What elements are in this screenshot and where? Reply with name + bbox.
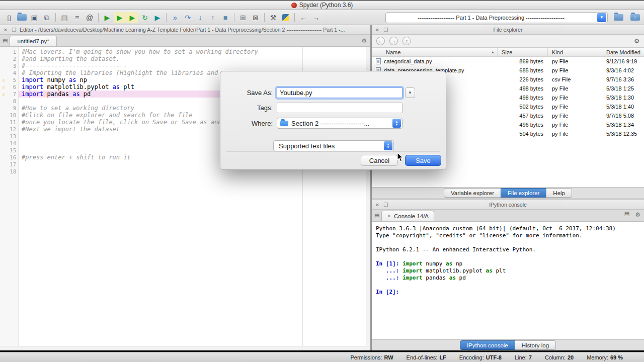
tab-ipython-console[interactable]: IPython console (460, 340, 515, 350)
combo-dropdown-icon[interactable]: ▼ (597, 13, 606, 22)
console-tab-bar: ▤ ✕ Console 14/A ▤ ⚙ (372, 210, 644, 222)
editor-pane-header: ✕ ❐ Editor - /Users/davidcueva/Desktop/M… (0, 25, 370, 35)
undock-pane-icon[interactable]: ❐ (383, 27, 389, 33)
column-header-date[interactable]: Date Modified (602, 48, 644, 56)
gutter-space (0, 147, 7, 154)
save-button[interactable]: Save (405, 155, 441, 166)
file-size: 498 bytes (498, 85, 548, 92)
warning-icon: ⚠ (0, 90, 7, 98)
editor-horizontal-scrollbar[interactable] (0, 346, 370, 350)
debug-icon[interactable]: » (169, 12, 181, 23)
tab-history-log[interactable]: History log (515, 340, 556, 350)
line-number: 13 (7, 133, 19, 140)
browse-tabs-icon[interactable]: ▤ (374, 212, 379, 219)
working-directory-combo[interactable]: -------------------- Part 1 - Data Prepr… (385, 12, 608, 23)
new-file-icon[interactable]: ▯ (3, 12, 15, 23)
toolbar-separator (234, 13, 234, 22)
gutter-space (0, 98, 7, 105)
explorer-options-gear-icon[interactable]: ⚙ (634, 38, 639, 45)
console-line (376, 253, 640, 260)
cancel-button[interactable]: Cancel (361, 155, 398, 166)
tab-file-explorer[interactable]: File explorer (501, 188, 546, 198)
editor-file-tab[interactable]: untitled7.py* (10, 36, 56, 46)
close-pane-icon[interactable]: ✕ (374, 202, 380, 208)
file-row[interactable]: categorical_data.py869 bytespy File9/12/… (372, 57, 644, 66)
parent-directory-button[interactable]: ↑ (629, 12, 641, 23)
close-pane-icon[interactable]: ✕ (374, 27, 380, 33)
line-number: 5 (7, 76, 19, 83)
console-list-icon[interactable]: ▤ (624, 210, 629, 217)
find-in-files-icon[interactable]: @ (84, 12, 96, 23)
gutter-space (0, 168, 7, 175)
file-explorer-toolbar: ←→↑ ⚙ (372, 35, 644, 48)
close-pane-icon[interactable]: ✕ (3, 27, 9, 33)
file-date: 5/3/18 1:40 (602, 104, 644, 110)
folder-icon (280, 121, 288, 126)
close-pane-icon[interactable]: ⊠ (250, 12, 262, 23)
tab-help[interactable]: Help (546, 188, 572, 198)
console-tab[interactable]: ✕ Console 14/A (381, 211, 434, 221)
file-date: 9/7/16 3:36 (602, 76, 644, 82)
column-header-size[interactable]: Size (498, 48, 548, 56)
file-kind: py File (548, 85, 602, 92)
warning-icon: ⚠ (0, 76, 7, 83)
debug-step-icon[interactable]: ↷ (182, 12, 194, 23)
column-header-kind[interactable]: Kind (548, 48, 602, 56)
file-size: 226 bytes (498, 76, 548, 82)
line-number: 12 (7, 126, 19, 133)
close-tab-icon[interactable]: ✕ (387, 214, 391, 219)
save-all-icon[interactable]: ⧉ (41, 12, 53, 23)
open-file-icon[interactable] (16, 12, 28, 23)
undock-pane-icon[interactable]: ❐ (383, 202, 389, 208)
status-item: Encoding:UTF-8 (459, 354, 502, 360)
file-date: 9/12/16 9:19 (602, 58, 644, 64)
forward-icon[interactable]: → (310, 12, 322, 23)
tags-label: Tags: (220, 104, 277, 112)
where-popup[interactable]: Section 2 --------------------... ▲▼ (277, 118, 403, 129)
tags-input[interactable] (277, 103, 403, 113)
updown-chevron-icon: ▲▼ (392, 119, 401, 128)
debug-step-out-icon[interactable]: ↑ (207, 12, 219, 23)
file-date: 9/3/16 4:02 (602, 67, 644, 73)
console-options-gear-icon[interactable]: ⚙ (635, 211, 640, 218)
working-directory-group: -------------------- Part 1 - Data Prepr… (385, 12, 641, 23)
run-icon[interactable]: ▶ (101, 12, 113, 23)
stop-icon[interactable]: ■ (219, 12, 231, 23)
maximize-pane-icon[interactable]: ⊞ (237, 12, 249, 23)
run-cell-advance-icon[interactable]: ▶ (126, 12, 138, 23)
file-kind: py File (548, 67, 602, 73)
expand-dialog-icon[interactable]: ▼ (405, 87, 415, 98)
browse-directory-button[interactable] (612, 12, 624, 23)
browse-tabs-icon[interactable]: ▤ (3, 37, 8, 44)
file-name: categorical_data.py (372, 58, 498, 64)
debug-step-into-icon[interactable]: ↓ (194, 12, 206, 23)
explorer-next-icon[interactable]: → (389, 37, 398, 45)
status-item: Permissions:RW (351, 354, 393, 360)
line-number: 10 (7, 112, 19, 119)
file-switcher-icon[interactable]: ≡ (71, 12, 83, 23)
gutter-space (0, 133, 7, 140)
tab-variable-explorer[interactable]: Variable explorer (444, 188, 501, 198)
file-date: 5/3/18 1:30 (602, 95, 644, 101)
file-kind: py File (548, 104, 602, 110)
run-cell-icon[interactable]: ▶ (114, 12, 126, 23)
preferences-icon[interactable]: ⚒ (267, 12, 279, 23)
explorer-bottom-tabs: Variable explorerFile explorerHelp (372, 187, 644, 198)
editor-options-gear-icon[interactable]: ⚙ (361, 37, 367, 44)
console-line: ...: import matplotlib.pyplot as plt (376, 267, 640, 275)
rerun-cell-icon[interactable]: ↻ (139, 12, 151, 23)
run-selection-icon[interactable]: ▶ (151, 12, 164, 23)
file-kind: py File (548, 122, 602, 128)
filetype-popup[interactable]: Supported text files ▲▼ (273, 140, 394, 151)
python-path-icon[interactable] (280, 12, 292, 23)
filename-input[interactable] (277, 87, 403, 98)
explorer-parent-icon[interactable]: ↑ (403, 37, 411, 45)
code-line: 2#and importing the dataset. (0, 55, 370, 62)
console-output[interactable]: Python 3.6.3 |Anaconda custom (64-bit)| … (372, 222, 644, 339)
column-header-name[interactable]: Name▲ (372, 48, 498, 56)
print-icon[interactable]: ▤ (58, 12, 70, 23)
save-icon[interactable]: ▣ (28, 12, 40, 23)
explorer-previous-icon[interactable]: ← (376, 37, 385, 45)
back-icon[interactable]: ← (297, 12, 309, 23)
undock-pane-icon[interactable]: ❐ (11, 27, 17, 33)
